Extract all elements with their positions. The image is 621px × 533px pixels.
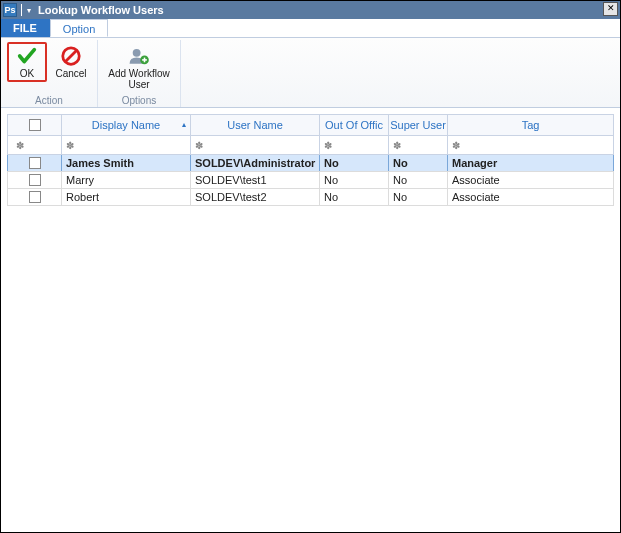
filter-icon: ✽ (324, 140, 332, 151)
filter-cell-checkbox[interactable]: ✽ (7, 135, 62, 155)
filter-icon: ✽ (452, 140, 460, 151)
ok-button[interactable]: OK (7, 42, 47, 82)
group-label-action: Action (7, 95, 91, 107)
filter-cell-display-name[interactable]: ✽ (61, 135, 191, 155)
row-checkbox-cell[interactable] (7, 171, 62, 189)
ribbon-buttons-action: OK Cancel (7, 40, 91, 95)
ribbon: OK Cancel Action (1, 38, 620, 108)
titlebar: Ps ▾ Lookup Workflow Users ✕ (1, 1, 620, 19)
table-row[interactable]: James SmithSOLDEV\AdministratorNoNoManag… (7, 155, 614, 172)
group-label-options: Options (104, 95, 174, 107)
cell-super-user: No (388, 154, 448, 172)
sort-asc-icon: ▴ (182, 120, 186, 129)
ribbon-group-action: OK Cancel Action (1, 40, 98, 107)
app-window: Ps ▾ Lookup Workflow Users ✕ FILE Option… (0, 0, 621, 533)
col-header-display-name-label: Display Name (92, 119, 160, 131)
ok-label: OK (20, 68, 34, 79)
window-title: Lookup Workflow Users (38, 4, 164, 16)
filter-icon: ✽ (393, 140, 401, 151)
cell-tag: Associate (447, 188, 614, 206)
filter-cell-out-of-office[interactable]: ✽ (319, 135, 389, 155)
filter-cell-tag[interactable]: ✽ (447, 135, 614, 155)
cell-out-of-office: No (319, 154, 389, 172)
add-workflow-user-label: Add Workflow User (107, 68, 171, 90)
cell-user-name: SOLDEV\test1 (190, 171, 320, 189)
cell-user-name: SOLDEV\test2 (190, 188, 320, 206)
row-checkbox[interactable] (29, 174, 41, 186)
cell-out-of-office: No (319, 171, 389, 189)
filter-cell-super-user[interactable]: ✽ (388, 135, 448, 155)
cell-tag: Manager (447, 154, 614, 172)
col-header-user-name[interactable]: User Name (190, 114, 320, 136)
svg-line-1 (66, 51, 77, 62)
cell-display-name: Marry (61, 171, 191, 189)
app-glyph: Ps (4, 5, 15, 15)
cell-super-user: No (388, 171, 448, 189)
grid-header: Display Name ▴ User Name Out Of Offic Su… (7, 114, 614, 136)
grid-area: Display Name ▴ User Name Out Of Offic Su… (1, 108, 620, 532)
filter-icon: ✽ (195, 140, 203, 151)
tab-option[interactable]: Option (50, 19, 108, 37)
tabstrip: FILE Option (1, 19, 620, 38)
cell-out-of-office: No (319, 188, 389, 206)
row-checkbox[interactable] (29, 157, 41, 169)
col-header-checkbox[interactable] (7, 114, 62, 136)
cell-tag: Associate (447, 171, 614, 189)
grid-rows: James SmithSOLDEV\AdministratorNoNoManag… (7, 155, 614, 206)
row-checkbox[interactable] (29, 191, 41, 203)
ribbon-group-options: Add Workflow User Options (98, 40, 181, 107)
close-button[interactable]: ✕ (603, 2, 618, 16)
cancel-icon (60, 45, 82, 67)
app-icon: Ps (3, 3, 17, 17)
col-header-display-name[interactable]: Display Name ▴ (61, 114, 191, 136)
header-checkbox[interactable] (29, 119, 41, 131)
grid-filter-row: ✽ ✽ ✽ ✽ ✽ ✽ (7, 136, 614, 155)
row-checkbox-cell[interactable] (7, 188, 62, 206)
col-header-out-of-office[interactable]: Out Of Offic (319, 114, 389, 136)
cell-super-user: No (388, 188, 448, 206)
table-row[interactable]: RobertSOLDEV\test2NoNoAssociate (7, 189, 614, 206)
add-workflow-user-button[interactable]: Add Workflow User (104, 42, 174, 93)
add-user-icon (128, 45, 150, 67)
cell-user-name: SOLDEV\Administrator (190, 154, 320, 172)
cell-display-name: James Smith (61, 154, 191, 172)
table-row[interactable]: MarrySOLDEV\test1NoNoAssociate (7, 172, 614, 189)
tab-file[interactable]: FILE (1, 19, 50, 37)
cancel-button[interactable]: Cancel (51, 42, 91, 82)
row-checkbox-cell[interactable] (7, 154, 62, 172)
col-header-super-user[interactable]: Super User (388, 114, 448, 136)
check-icon (16, 45, 38, 67)
filter-cell-user-name[interactable]: ✽ (190, 135, 320, 155)
svg-point-2 (133, 49, 141, 57)
col-header-tag[interactable]: Tag (447, 114, 614, 136)
cell-display-name: Robert (61, 188, 191, 206)
filter-icon: ✽ (16, 140, 24, 151)
cancel-label: Cancel (55, 68, 86, 79)
filter-icon: ✽ (66, 140, 74, 151)
titlebar-sep (21, 4, 22, 16)
users-grid: Display Name ▴ User Name Out Of Offic Su… (7, 114, 614, 206)
ribbon-buttons-options: Add Workflow User (104, 40, 174, 95)
qat-dropdown-icon[interactable]: ▾ (27, 6, 31, 15)
